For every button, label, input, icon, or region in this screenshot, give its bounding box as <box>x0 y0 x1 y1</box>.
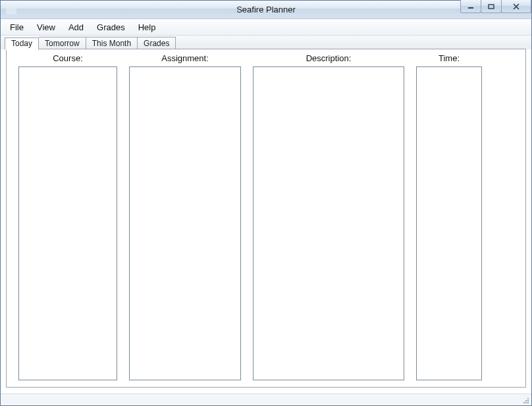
maximize-icon <box>488 4 494 9</box>
svg-rect-7 <box>527 402 529 403</box>
column-time: Time: <box>416 53 482 380</box>
menubar: File View Add Grades Help <box>1 19 531 35</box>
menu-view[interactable]: View <box>30 19 62 35</box>
time-label: Time: <box>439 53 460 66</box>
menu-add[interactable]: Add <box>62 19 90 35</box>
tab-tomorrow[interactable]: Tomorrow <box>39 37 86 49</box>
description-label: Description: <box>306 53 352 66</box>
time-listbox[interactable] <box>416 66 482 380</box>
titlebar[interactable]: Seafire Planner <box>1 1 531 19</box>
app-window: Seafire Planner File View Add Grades Hel… <box>0 0 532 406</box>
close-icon <box>512 3 520 10</box>
menu-file[interactable]: File <box>3 19 30 35</box>
course-label: Course: <box>53 53 83 66</box>
column-description: Description: <box>253 53 404 380</box>
content-panel: Course: Assignment: Description: Time: <box>6 49 526 388</box>
menu-grades[interactable]: Grades <box>90 19 132 35</box>
description-listbox[interactable] <box>253 66 404 380</box>
window-controls <box>461 0 531 13</box>
course-listbox[interactable] <box>18 66 117 380</box>
close-button[interactable] <box>501 0 531 13</box>
tab-this-month[interactable]: This Month <box>86 37 138 49</box>
app-icon <box>6 5 16 14</box>
svg-rect-4 <box>527 400 529 401</box>
tab-today[interactable]: Today <box>5 38 39 50</box>
maximize-button[interactable] <box>481 0 502 13</box>
svg-rect-6 <box>525 402 527 403</box>
column-assignment: Assignment: <box>129 53 241 380</box>
svg-rect-2 <box>527 398 529 399</box>
minimize-button[interactable] <box>460 0 481 13</box>
tabstrip: Today Tomorrow This Month Grades <box>1 35 531 49</box>
assignment-label: Assignment: <box>161 53 209 66</box>
column-course: Course: <box>18 53 117 380</box>
resize-grip-icon[interactable] <box>521 395 530 405</box>
window-title: Seafire Planner <box>1 5 531 14</box>
svg-rect-1 <box>489 5 494 9</box>
minimize-icon <box>467 4 474 9</box>
svg-rect-5 <box>523 402 525 403</box>
menu-help[interactable]: Help <box>132 19 163 35</box>
svg-rect-3 <box>525 400 527 401</box>
tab-grades[interactable]: Grades <box>138 37 176 49</box>
statusbar <box>1 393 531 405</box>
assignment-listbox[interactable] <box>129 66 241 380</box>
svg-rect-0 <box>468 7 473 9</box>
